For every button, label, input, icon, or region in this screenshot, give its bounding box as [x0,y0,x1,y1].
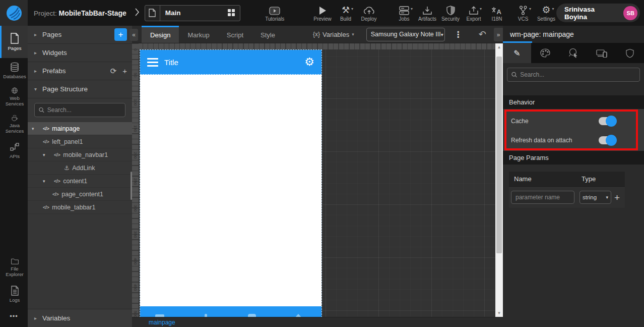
structure-search[interactable] [34,103,125,117]
design-canvas[interactable]: 0 50 100 150 200 250 300 350 400 450 500… [132,43,503,317]
rail-item-java-services[interactable]: Java Services [0,111,28,138]
explorer-scrollbar[interactable] [131,172,132,200]
navbar-gear-icon[interactable]: ⚙ [304,57,314,68]
add-parameter-button[interactable]: + [614,193,620,202]
variables-menu[interactable]: {x} Variables ▾ [313,31,354,38]
open-page-tab[interactable]: mainpage [149,319,175,326]
tree-node-left-panel1[interactable]: </> left_panel1 [28,135,132,148]
device-select[interactable]: Samsung Galaxy Note III ▾ [366,28,445,41]
tab-security[interactable] [616,43,644,63]
artifacts-button[interactable]: Artifacts [417,0,437,26]
tree-node-addlink[interactable]: ⚓ AddLink [28,161,132,175]
tab-styles[interactable] [531,43,559,63]
behavior-section-header[interactable]: Behavior [503,95,644,109]
device-select-value: Samsung Galaxy Note III [371,31,441,38]
add-page-button[interactable]: + [114,28,127,41]
more-options-kebab-icon[interactable]: ⋮ [454,29,463,40]
security-button[interactable]: Security [440,0,461,26]
wavemaker-studio: Project: MobileTabBar-Stage Main Tutoria… [0,0,644,327]
tree-node-mobile-navbar1[interactable]: ▾ </> mobile_navbar1 [28,148,132,161]
tab-devices[interactable] [588,43,616,63]
rail-item-databases[interactable]: Databases [0,58,28,83]
chevron-down-icon[interactable]: ▾ [43,179,54,184]
hamburger-menu-icon[interactable] [147,58,158,67]
chevron-down-icon: ▾ [441,32,443,37]
tree-node-mobile-tabbar1[interactable]: </> mobile_tabbar1 [28,201,132,214]
i18n-button[interactable]: A I18N [487,0,507,26]
jobs-icon: ▾ [399,4,409,15]
tutorials-button[interactable]: Tutorials [265,0,286,26]
mobile-tabbar-widget[interactable] [140,306,321,317]
property-search[interactable] [507,68,640,82]
section-variables[interactable]: ▸ Variables [28,309,132,327]
chevron-down-icon: ▾ [352,32,354,37]
vcs-icon: ▾ [519,4,528,15]
wavemaker-logo[interactable] [0,0,28,26]
anchor-icon: ⚓ [64,165,69,172]
tab-script[interactable]: Script [218,26,252,43]
rail-item-file-explorer[interactable]: File Explorer [0,254,28,281]
tab-markup[interactable]: Markup [179,26,218,43]
tree-node-page-content1[interactable]: </> page_content1 [28,188,132,201]
user-menu[interactable]: Srinivasa Boyina SB [556,4,640,22]
tree-node-content1[interactable]: ▾ </> content1 [28,175,132,188]
tab-style[interactable]: Style [252,26,284,43]
jobs-button[interactable]: ▾ Jobs [394,0,414,26]
vcs-button[interactable]: ▾ VCS [513,0,533,26]
properties-panel: wm-page: mainpage ✎ Behavior [503,26,644,327]
tab-design[interactable]: Design [142,26,179,43]
deploy-button[interactable]: Deploy [359,0,379,26]
rail-item-logs[interactable]: Logs [0,281,28,307]
preview-button[interactable]: Preview [312,0,333,26]
expand-panel-button[interactable]: » [494,28,503,41]
section-pages[interactable]: ▸ Pages + [28,26,132,44]
build-button[interactable]: ⚒▾ Build [336,0,356,26]
braces-icon: {x} [313,31,320,38]
export-button[interactable]: ▾ Export [464,0,484,26]
tutorials-icon [269,4,280,15]
tab-properties[interactable]: ✎ [503,43,531,63]
project-name: MobileTabBar-Stage [59,9,126,17]
wavemaker-logo-icon [6,5,23,22]
parameter-type-select[interactable]: string ▾ [579,191,611,204]
structure-search-input[interactable] [47,106,121,114]
behavior-section: Cache Refresh data on attach [503,109,644,151]
settings-button[interactable]: ⚙▾ Settings [536,0,556,26]
editor-area: Design Markup Script Style {x} Variables… [132,26,503,327]
canvas-scrollbar[interactable]: ▲ ▼ [495,43,503,317]
mobile-navbar-widget[interactable]: Title ⚙ [140,50,321,75]
section-widgets[interactable]: ▸ Widgets [28,44,132,62]
rail-item-apis[interactable]: APIs [0,138,28,163]
tab-events[interactable] [559,43,588,63]
tree-node-mainpage[interactable]: ▾ </> mainpage [28,122,132,135]
palette-icon [540,48,550,58]
shield-icon [626,48,634,58]
page-content-widget[interactable] [140,75,321,306]
pencil-icon: ✎ [513,48,520,58]
scroll-down-icon[interactable]: ▼ [495,309,503,317]
rail-more-button[interactable]: ••• [0,307,28,327]
collapse-panel-button[interactable]: « [130,29,138,41]
undo-icon[interactable]: ↶ [479,30,486,39]
rail-item-pages[interactable]: Pages [0,26,28,58]
refresh-icon[interactable]: ⟳ [110,67,117,76]
add-prefab-button[interactable]: + [122,67,127,75]
build-icon: ⚒▾ [342,4,350,15]
chevron-down-icon: ▾ [606,195,608,200]
pages-icon [10,33,20,44]
page-selector[interactable]: Main [145,5,240,21]
scrollbar-thumb[interactable] [496,57,502,253]
chevron-down-icon[interactable]: ▾ [32,126,43,131]
rail-item-web-services[interactable]: Web Services [0,83,28,111]
parameter-name-input[interactable] [511,191,574,204]
tabbar-folder-icon [248,314,256,317]
page-params-section-header[interactable]: Page Params [503,151,644,165]
scroll-up-icon[interactable]: ▲ [495,43,503,51]
section-prefabs[interactable]: ▸ Prefabs ⟳ + [28,62,132,80]
page-params-row: string ▾ + [509,187,625,208]
property-search-input[interactable] [520,71,635,78]
section-page-structure[interactable]: ▾ Page Structure [28,80,132,98]
chevron-down-icon[interactable]: ▾ [43,152,54,157]
svg-text:A: A [497,8,502,15]
device-preview[interactable]: Title ⚙ [140,50,321,317]
